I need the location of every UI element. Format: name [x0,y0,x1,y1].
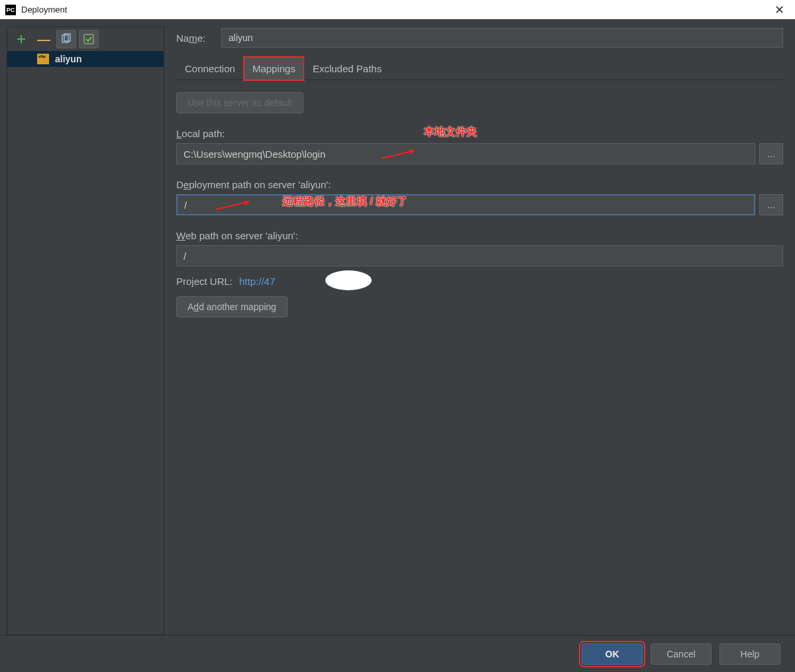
sftp-icon: sftp [36,52,50,66]
web-path-label: Web path on server 'aliyun': [176,230,783,241]
window-title: Deployment [21,5,67,15]
ok-button[interactable]: OK [582,644,643,665]
remove-server-icon[interactable]: — [34,30,54,48]
sidebar-item-aliyun[interactable]: sftp aliyun [7,51,164,67]
deployment-path-label: Deployment path on server 'aliyun': [176,179,783,190]
svg-rect-2 [84,34,93,44]
set-default-icon[interactable] [79,30,99,48]
project-url-link[interactable]: http://47 58/ [239,276,341,287]
add-mapping-button[interactable]: Add another mapping [176,296,288,317]
app-icon: PC [5,5,16,15]
help-button[interactable]: Help [719,644,780,665]
local-path-browse-button[interactable]: ... [759,143,783,164]
deployment-path-input[interactable] [176,194,755,215]
add-server-icon[interactable] [11,30,31,48]
local-path-input[interactable] [176,143,755,164]
local-path-label: Local path: [176,128,783,139]
server-sidebar: — sftp aliyun [7,27,164,635]
copy-server-icon[interactable] [56,30,76,48]
tabs: Connection Mappings Excluded Paths [176,57,783,80]
tab-excluded-paths[interactable]: Excluded Paths [304,57,390,80]
redaction-mask [325,270,372,290]
name-label: Name: [176,32,221,44]
title-bar: PC Deployment ✕ [0,0,795,20]
tab-connection[interactable]: Connection [176,57,244,80]
name-input[interactable] [221,28,783,48]
close-icon[interactable]: ✕ [769,3,790,17]
dialog-footer: OK Cancel Help [0,635,795,672]
sidebar-item-label: aliyun [55,54,81,64]
web-path-input[interactable]: / [176,245,783,266]
project-url-label: Project URL: [176,276,233,287]
tab-mappings[interactable]: Mappings [244,57,304,80]
deployment-path-browse-button[interactable]: ... [759,194,783,215]
svg-text:sftp: sftp [38,54,46,58]
sidebar-toolbar: — [7,27,164,51]
main-panel: Name: Connection Mappings Excluded Paths… [164,20,795,635]
cancel-button[interactable]: Cancel [651,644,712,665]
use-as-default-button[interactable]: Use this server as default [176,92,303,113]
